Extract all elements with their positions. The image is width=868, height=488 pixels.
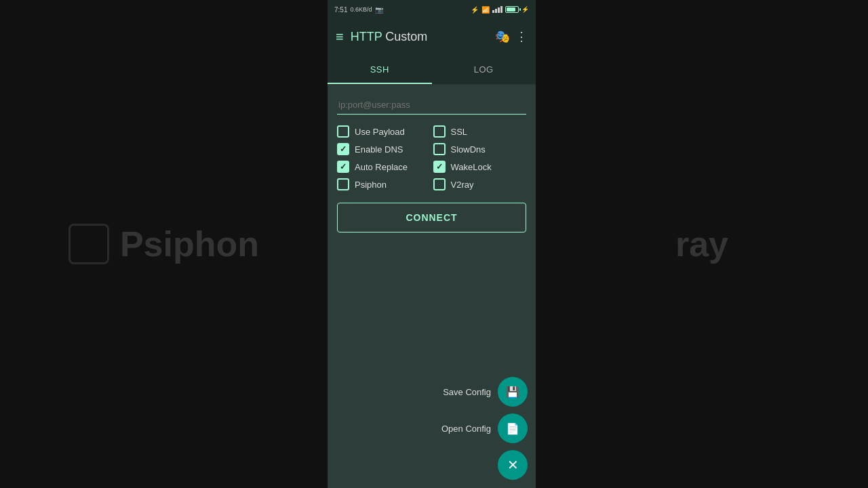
charging-icon: ⚡: [521, 6, 529, 13]
auto-replace-label: Auto Replace: [355, 162, 408, 172]
v2ray-checkbox[interactable]: [433, 178, 446, 190]
mask-icon[interactable]: 🎭: [495, 29, 510, 44]
battery-icon: [505, 6, 519, 13]
checkbox-v2ray[interactable]: V2ray: [433, 178, 527, 190]
title-custom: Custom: [382, 30, 427, 43]
more-options-icon[interactable]: ⋮: [515, 29, 528, 44]
save-config-button[interactable]: 💾: [498, 377, 528, 407]
background-left: Psiphon: [0, 0, 328, 488]
app-bar: ≡ HTTP Custom 🎭 ⋮: [328, 19, 536, 54]
ssl-label: SSL: [451, 127, 468, 137]
status-bar: 7:51 0.6KB/d 📷 ⚡ 📶 ⚡: [328, 0, 536, 19]
psiphon-branding: Psiphon: [68, 224, 259, 264]
checkbox-auto-replace[interactable]: Auto Replace: [337, 161, 431, 173]
content-area: Use Payload SSL Enable DNS SlowDns Auto …: [328, 85, 536, 488]
status-time: 7:51: [334, 6, 347, 14]
enable-dns-label: Enable DNS: [355, 144, 403, 155]
psiphon-checkbox[interactable]: [337, 178, 349, 190]
save-icon: 💾: [506, 386, 519, 399]
status-data-speed: 0.6KB/d: [350, 6, 372, 13]
tab-log[interactable]: LOG: [432, 54, 536, 84]
camera-icon: 📷: [375, 6, 383, 14]
wakelock-label: WakeLock: [451, 162, 492, 172]
psiphon-label: Psiphon: [355, 180, 387, 190]
checkbox-wakelock[interactable]: WakeLock: [433, 161, 527, 173]
auto-replace-checkbox[interactable]: [337, 161, 349, 173]
open-config-label: Open Config: [441, 424, 491, 434]
checkbox-slow-dns[interactable]: SlowDns: [433, 143, 527, 155]
connect-button[interactable]: CONNECT: [337, 203, 526, 232]
slow-dns-checkbox[interactable]: [433, 143, 446, 155]
tabs: SSH LOG: [328, 54, 536, 85]
status-right: ⚡ 📶 ⚡: [471, 6, 529, 14]
checkbox-enable-dns[interactable]: Enable DNS: [337, 143, 431, 155]
open-config-row: Open Config 📄: [441, 413, 528, 443]
use-payload-checkbox[interactable]: [337, 125, 349, 138]
ray-text: ray: [675, 224, 728, 264]
checkbox-use-payload[interactable]: Use Payload: [337, 125, 431, 138]
fab-area: Save Config 💾 Open Config 📄 ✕: [433, 369, 536, 488]
wifi-icon: 📶: [481, 6, 490, 14]
slow-dns-label: SlowDns: [451, 144, 486, 155]
title-http: HTTP: [351, 30, 382, 43]
close-fab-button[interactable]: ✕: [498, 450, 528, 480]
checkbox-psiphon[interactable]: Psiphon: [337, 178, 431, 190]
checkbox-ssl[interactable]: SSL: [433, 125, 527, 138]
background-right: ray: [536, 0, 868, 488]
tab-ssh[interactable]: SSH: [328, 54, 432, 84]
app-title: HTTP Custom: [351, 30, 488, 44]
wakelock-checkbox[interactable]: [433, 161, 446, 173]
server-input[interactable]: [337, 96, 526, 115]
phone-frame: 7:51 0.6KB/d 📷 ⚡ 📶 ⚡ ≡ HTTP Custom 🎭: [328, 0, 536, 488]
app-bar-icons: 🎭 ⋮: [495, 29, 528, 44]
open-icon: 📄: [506, 422, 519, 435]
close-icon: ✕: [507, 457, 519, 473]
signal-bars: [492, 6, 502, 13]
open-config-button[interactable]: 📄: [498, 413, 528, 443]
use-payload-label: Use Payload: [355, 127, 405, 137]
psiphon-text: Psiphon: [120, 224, 259, 264]
enable-dns-checkbox[interactable]: [337, 143, 349, 155]
ssl-checkbox[interactable]: [433, 125, 446, 138]
status-left: 7:51 0.6KB/d 📷: [334, 6, 383, 14]
close-fab-row: ✕: [498, 450, 528, 480]
menu-icon[interactable]: ≡: [336, 29, 344, 45]
save-config-row: Save Config 💾: [443, 377, 528, 407]
bluetooth-icon: ⚡: [471, 6, 479, 14]
v2ray-label: V2ray: [451, 180, 474, 190]
checkboxes-grid: Use Payload SSL Enable DNS SlowDns Auto …: [337, 125, 526, 190]
psiphon-box-icon: [68, 224, 109, 264]
save-config-label: Save Config: [443, 387, 491, 397]
